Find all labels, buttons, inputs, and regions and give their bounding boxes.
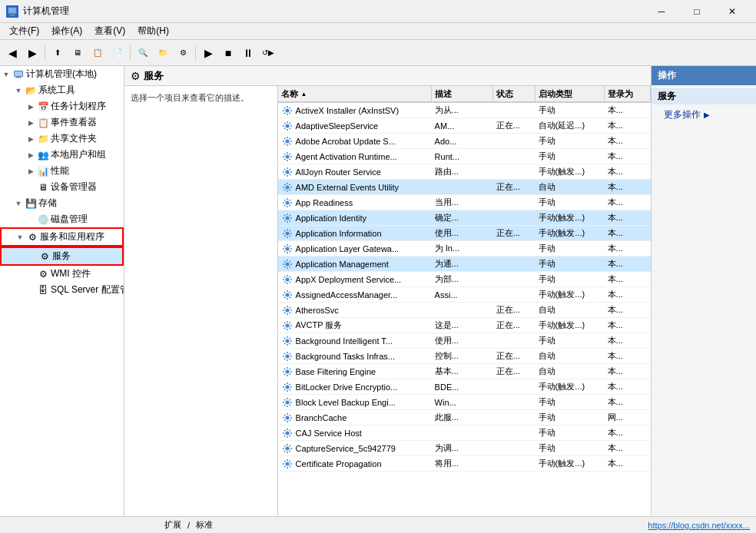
- td-desc: 确定...: [432, 212, 493, 223]
- service-gear-icon: [281, 212, 293, 224]
- th-status[interactable]: 状态: [493, 86, 536, 101]
- tree-toggle-task[interactable]: ▶: [25, 101, 37, 113]
- table-row[interactable]: BranchCache 此服... 手动 网...: [278, 410, 651, 425]
- td-login: 本...: [605, 120, 651, 131]
- services-icon: ⚙: [38, 250, 51, 263]
- tree-toggle-shared[interactable]: ▶: [25, 133, 37, 145]
- tree-item-services[interactable]: ⚙ 服务: [0, 247, 124, 266]
- svg-rect-5: [15, 71, 22, 76]
- tree-root[interactable]: ▼ 计算机管理(本地): [0, 66, 124, 82]
- table-row[interactable]: Certificate Propagation 将用... 手动(触发...) …: [278, 456, 651, 472]
- svg-point-26: [285, 385, 289, 389]
- table-row[interactable]: Base Filtering Engine 基本... 正在... 自动 本..…: [278, 364, 651, 379]
- td-login: 本...: [605, 335, 651, 346]
- toolbar-back[interactable]: ◀: [3, 44, 22, 62]
- tree-label-event: 事件查看器: [51, 116, 97, 129]
- minimize-button[interactable]: ─: [644, 0, 679, 23]
- toolbar-forward[interactable]: ▶: [23, 44, 41, 62]
- menu-action[interactable]: 操作(A): [45, 23, 88, 39]
- tree-item-storage[interactable]: ▼ 💾 存储: [0, 195, 124, 211]
- table-row[interactable]: Application Management 为通... 手动 本...: [278, 257, 651, 272]
- th-name[interactable]: 名称 ▲: [278, 86, 432, 101]
- table-row[interactable]: Background Tasks Infras... 控制... 正在... 自…: [278, 349, 651, 364]
- menu-help[interactable]: 帮助(H): [131, 23, 175, 39]
- table-row[interactable]: AssignedAccessManager... Assi... 手动(触发..…: [278, 287, 651, 303]
- toolbar-btn6[interactable]: 📁: [154, 44, 172, 62]
- svg-point-9: [285, 124, 289, 127]
- table-row[interactable]: Background Intelligent T... 使用... 手动 本..…: [278, 333, 651, 349]
- table-row[interactable]: ActiveX Installer (AxInstSV) 为从... 手动 本.…: [278, 103, 651, 118]
- toolbar-up[interactable]: ⬆: [48, 44, 67, 62]
- tree-item-shared-folders[interactable]: ▶ 📁 共享文件夹: [0, 131, 124, 147]
- tree-item-sys-tools[interactable]: ▼ 📂 系统工具: [0, 82, 124, 98]
- tree-item-services-apps[interactable]: ▼ ⚙ 服务和应用程序: [0, 227, 124, 247]
- tree-item-wmi[interactable]: ⚙ WMI 控件: [0, 266, 124, 282]
- action-arrow-icon: ▶: [704, 111, 710, 119]
- table-row[interactable]: AtherosSvc 正在... 自动 本...: [278, 303, 651, 318]
- status-url[interactable]: https://blog.csdn.net/xxxx...: [642, 521, 756, 530]
- service-gear-icon: [281, 381, 293, 393]
- table-row[interactable]: Adobe Acrobat Update S... Ado... 手动 本...: [278, 134, 651, 149]
- table-row[interactable]: AllJoyn Router Service 路由... 手动(触发...) 本…: [278, 164, 651, 180]
- table-row[interactable]: CaptureService_5c942779 为调... 手动 本...: [278, 441, 651, 456]
- toolbar-pause[interactable]: ⏸: [239, 44, 257, 62]
- action-more-actions[interactable]: 更多操作 ▶: [652, 106, 756, 124]
- tree-toggle-users[interactable]: ▶: [25, 149, 37, 161]
- table-row[interactable]: AVCTP 服务 这是... 正在... 手动(触发...) 本...: [278, 318, 651, 333]
- table-row[interactable]: Application Layer Gatewa... 为 In... 手动 本…: [278, 241, 651, 257]
- services-apps-icon: ⚙: [26, 231, 38, 243]
- menu-view[interactable]: 查看(V): [88, 23, 131, 39]
- table-row[interactable]: AdaptiveSleepService AM... 正在... 自动(延迟..…: [278, 118, 651, 134]
- services-header-icon: ⚙: [131, 70, 141, 82]
- close-button[interactable]: ✕: [715, 0, 750, 23]
- th-desc[interactable]: 描述: [432, 86, 493, 101]
- toolbar-btn5[interactable]: 🔍: [134, 44, 152, 62]
- toolbar-btn7[interactable]: ⚙: [174, 44, 192, 62]
- table-row[interactable]: BitLocker Drive Encryptio... BDE... 手动(触…: [278, 379, 651, 395]
- tree-label-sql: SQL Server 配置管理器: [51, 283, 124, 296]
- tree-toggle-root[interactable]: ▼: [0, 68, 12, 81]
- services-panel-header: ⚙ 服务: [124, 66, 651, 86]
- tree-toggle-event[interactable]: ▶: [25, 117, 37, 129]
- tree-item-disk-mgmt[interactable]: 💿 磁盘管理: [0, 211, 124, 227]
- menu-file[interactable]: 文件(F): [3, 23, 45, 39]
- toolbar-show-hide[interactable]: 🖥: [68, 44, 87, 62]
- toolbar-play[interactable]: ▶: [199, 44, 217, 62]
- tree-item-local-users[interactable]: ▶ 👥 本地用户和组: [0, 147, 124, 163]
- toolbar-restart[interactable]: ↺▶: [259, 44, 277, 62]
- table-body[interactable]: ActiveX Installer (AxInstSV) 为从... 手动 本.…: [278, 103, 651, 516]
- tree-item-device-mgr[interactable]: 🖥 设备管理器: [0, 179, 124, 195]
- svg-point-16: [285, 231, 289, 235]
- tree-toggle-sys-tools[interactable]: ▼: [12, 84, 25, 97]
- tree-item-performance[interactable]: ▶ 📊 性能: [0, 163, 124, 179]
- table-row[interactable]: Block Level Backup Engi... Win... 手动 本..…: [278, 395, 651, 410]
- toolbar: ◀ ▶ ⬆ 🖥 📋 📄 🔍 📁 ⚙ ▶ ■ ⏸ ↺▶: [0, 40, 756, 66]
- td-startup: 手动: [536, 427, 605, 439]
- td-startup: 自动: [536, 366, 605, 377]
- toolbar-btn3[interactable]: 📋: [88, 44, 107, 62]
- th-login[interactable]: 登录为: [605, 86, 651, 101]
- table-row[interactable]: AMD External Events Utility 正在... 自动 本..…: [278, 180, 651, 195]
- tree-item-sql[interactable]: 🗄 SQL Server 配置管理器: [0, 282, 124, 298]
- toolbar-btn4[interactable]: 📄: [108, 44, 127, 62]
- table-row[interactable]: AppX Deployment Service... 为部... 手动 本...: [278, 272, 651, 287]
- td-name: Base Filtering Engine: [278, 366, 432, 378]
- tree-toggle-perf[interactable]: ▶: [25, 165, 37, 177]
- svg-point-24: [285, 354, 289, 358]
- td-status: 正在...: [493, 366, 536, 377]
- table-row[interactable]: Application Identity 确定... 手动(触发...) 本..…: [278, 210, 651, 226]
- th-startup[interactable]: 启动类型: [536, 86, 605, 101]
- status-left: 扩展 / 标准: [0, 519, 642, 531]
- tree-item-event-viewer[interactable]: ▶ 📋 事件查看器: [0, 114, 124, 131]
- tree-item-task-scheduler[interactable]: ▶ 📅 任务计划程序: [0, 98, 124, 114]
- toolbar-stop[interactable]: ■: [219, 44, 237, 62]
- table-row[interactable]: App Readiness 当用... 手动 本...: [278, 195, 651, 210]
- tree-toggle-storage[interactable]: ▼: [12, 197, 25, 210]
- td-desc: 基本...: [432, 366, 493, 377]
- maximize-button[interactable]: □: [679, 0, 715, 23]
- table-row[interactable]: Agent Activation Runtime... Runt... 手动 本…: [278, 149, 651, 164]
- tree-label-svc-apps: 服务和应用程序: [40, 230, 104, 243]
- table-row[interactable]: Application Information 使用... 正在... 手动(触…: [278, 226, 651, 241]
- tree-toggle-svc-apps[interactable]: ▼: [14, 231, 26, 243]
- table-row[interactable]: CAJ Service Host 手动 本...: [278, 425, 651, 441]
